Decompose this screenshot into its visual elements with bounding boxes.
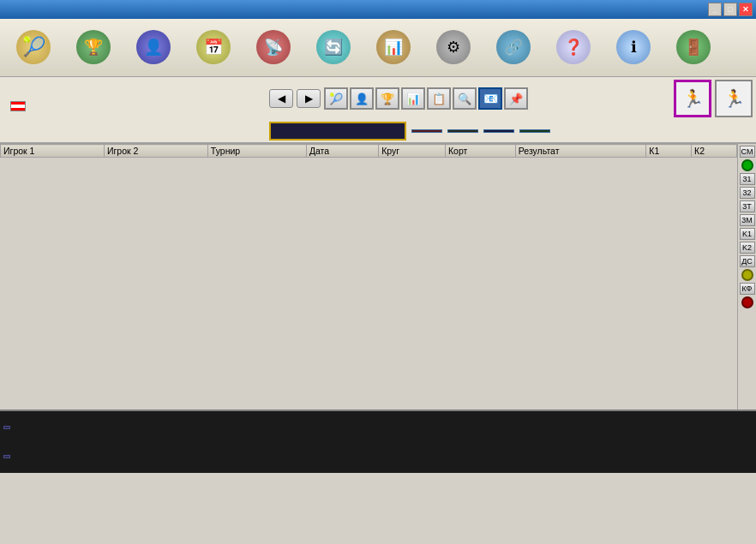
- title-controls: _ □ ✕: [708, 3, 753, 16]
- toolbar-player[interactable]: 🎾: [3, 21, 63, 75]
- update-icon: 🔄: [316, 30, 351, 64]
- indicator-yellow: [741, 269, 753, 281]
- maximize-button[interactable]: □: [723, 3, 737, 16]
- filter-icon-7[interactable]: 📧: [478, 87, 502, 110]
- col-date: Дата: [306, 145, 378, 158]
- help-icon: ❓: [556, 30, 591, 64]
- filter-icon-4[interactable]: 📊: [401, 87, 425, 110]
- col-player1: Игрок 1: [1, 145, 105, 158]
- toolbar-help[interactable]: ❓: [543, 21, 603, 75]
- side-btn-k1[interactable]: K1: [740, 228, 755, 240]
- bottom-stats-panel: [0, 409, 756, 473]
- icon-buttons: 🎾 👤 🏆 📊 📋 🔍 📧 📌: [324, 87, 670, 110]
- ratings-icon: 📊: [376, 30, 411, 64]
- col-round: Круг: [379, 145, 446, 158]
- title-bar: _ □ ✕: [0, 0, 756, 19]
- toolbar-live[interactable]: 📡: [243, 21, 303, 75]
- opponent-card: [269, 122, 406, 140]
- about-icon: ℹ: [616, 30, 651, 64]
- hcp-stat: [447, 129, 478, 133]
- side-btn-31[interactable]: 31: [740, 173, 755, 185]
- links-icon: 🔗: [496, 30, 531, 64]
- prize-section: [36, 100, 39, 111]
- indicator-green: [741, 159, 753, 171]
- minimize-button[interactable]: _: [708, 3, 722, 16]
- stat-cards: [14, 413, 754, 471]
- matches-icon: 👤: [136, 30, 171, 64]
- settings-icon: ⚙: [436, 30, 471, 64]
- men-icon: 🏃: [682, 88, 704, 109]
- toolbar-ratings[interactable]: 📊: [363, 21, 423, 75]
- filter-icon-6[interactable]: 🔍: [453, 87, 477, 110]
- toolbar-matches[interactable]: 👤: [123, 21, 183, 75]
- women-button[interactable]: 🏃: [715, 80, 753, 117]
- close-button[interactable]: ✕: [739, 3, 753, 16]
- forward-button[interactable]: ▶: [297, 89, 321, 108]
- toolbar-links[interactable]: 🔗: [483, 21, 543, 75]
- matches-table: Игрок 1 Игрок 2 Турнир Дата Круг Корт Ре…: [0, 144, 737, 158]
- exit-icon: 🚪: [676, 30, 711, 64]
- flag-icon: [10, 101, 26, 111]
- women-icon: 🏃: [723, 88, 745, 109]
- toolbar-settings[interactable]: ⚙: [423, 21, 483, 75]
- player-born-row: [5, 90, 261, 100]
- toolbar-exit[interactable]: 🚪: [663, 21, 723, 75]
- table-area: Игрок 1 Игрок 2 Турнир Дата Круг Корт Ре…: [0, 144, 737, 409]
- player-info-section: [0, 77, 266, 142]
- bb-tc-labels: [2, 413, 12, 471]
- nav-row: ◀ ▶ 🎾 👤 🏆 📊 📋 🔍 📧 📌 🏃 🏃: [266, 77, 756, 120]
- filter-icon-8[interactable]: 📌: [504, 87, 528, 110]
- men-button[interactable]: 🏃: [674, 80, 711, 117]
- header-area: ◀ ▶ 🎾 👤 🏆 📊 📋 🔍 📧 📌 🏃 🏃: [0, 77, 756, 144]
- toolbar-today[interactable]: 📅: [183, 21, 243, 75]
- sets-stat: [411, 129, 442, 133]
- matches-value: [519, 129, 550, 133]
- total-stat: [483, 129, 514, 133]
- matches-stat: [519, 129, 550, 133]
- toolbar-about[interactable]: ℹ: [603, 21, 663, 75]
- total-value: [483, 129, 514, 133]
- matches-table-container[interactable]: Игрок 1 Игрок 2 Турнир Дата Круг Корт Ре…: [0, 144, 737, 409]
- sets-value: [411, 129, 442, 133]
- side-btn-3t[interactable]: 3T: [740, 200, 755, 212]
- filter-icon-3[interactable]: 🏆: [375, 87, 399, 110]
- opponent-stats-row: [266, 120, 756, 142]
- table-header-row: Игрок 1 Игрок 2 Турнир Дата Круг Корт Ре…: [1, 145, 737, 158]
- side-btn-kf[interactable]: КФ: [740, 283, 755, 295]
- col-result: Результат: [515, 145, 646, 158]
- nav-stats-section: ◀ ▶ 🎾 👤 🏆 📊 📋 🔍 📧 📌 🏃 🏃: [266, 77, 756, 142]
- player-name-row: [5, 80, 261, 90]
- live-icon: 📡: [256, 30, 291, 64]
- back-button[interactable]: ◀: [269, 89, 293, 108]
- filter-icon-2[interactable]: 👤: [350, 87, 374, 110]
- tc-label: [3, 455, 10, 458]
- hcp-value: [447, 129, 478, 133]
- country-section: [5, 100, 26, 111]
- col-k2: К2: [692, 145, 737, 158]
- col-player2: Игрок 2: [104, 145, 207, 158]
- bb-label: [3, 426, 10, 429]
- filter-icon-1[interactable]: 🎾: [324, 87, 348, 110]
- today-icon: 📅: [196, 30, 231, 64]
- col-tournament: Турнир: [207, 145, 306, 158]
- toolbar-update[interactable]: 🔄: [303, 21, 363, 75]
- side-btn-cm[interactable]: CM: [740, 146, 755, 158]
- col-k1: К1: [646, 145, 692, 158]
- main-content: Игрок 1 Игрок 2 Турнир Дата Круг Корт Ре…: [0, 144, 756, 409]
- side-btn-32[interactable]: 32: [740, 187, 755, 199]
- side-btn-3m[interactable]: 3M: [740, 214, 755, 226]
- main-toolbar: 🎾 🏆 👤 📅 📡 🔄 📊 ⚙ 🔗 ❓ ℹ 🚪: [0, 19, 756, 77]
- player-icon: 🎾: [16, 30, 51, 64]
- col-court: Корт: [445, 145, 515, 158]
- side-buttons-panel: CM 31 32 3T 3M K1 K2 ДС КФ: [737, 144, 756, 409]
- tournament-icon: 🏆: [76, 30, 111, 64]
- side-btn-k2[interactable]: K2: [740, 242, 755, 254]
- toolbar-tournament[interactable]: 🏆: [63, 21, 123, 75]
- filter-icon-5[interactable]: 📋: [427, 87, 451, 110]
- country-prize-row: [5, 100, 261, 111]
- opponent-details: [278, 126, 398, 136]
- indicator-red: [741, 296, 753, 308]
- side-btn-ds[interactable]: ДС: [740, 255, 755, 267]
- ratings-row: [5, 111, 261, 122]
